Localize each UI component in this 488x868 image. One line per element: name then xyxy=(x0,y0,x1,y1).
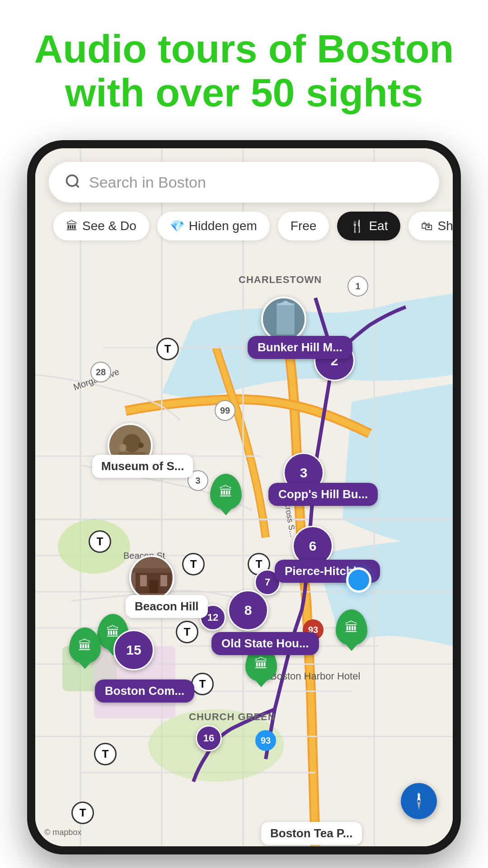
search-bar[interactable]: Search in Boston xyxy=(49,162,439,203)
road-num-28: 28 xyxy=(90,362,111,382)
photo-pin-bunker[interactable] xyxy=(261,297,306,342)
road-num-93b: 93 xyxy=(255,730,276,751)
transit-t-3: T xyxy=(182,553,205,576)
chip-free-label: Free xyxy=(291,219,317,233)
tour-pin-8[interactable]: 8 xyxy=(228,590,268,631)
transit-t-5: T xyxy=(176,621,198,643)
chip-shop-label: Sh xyxy=(437,219,453,233)
chip-hidden-gem-label: Hidden gem xyxy=(189,219,257,233)
header-line2: with over 50 sights xyxy=(65,70,423,115)
chip-shop[interactable]: 🛍 Sh xyxy=(408,212,453,241)
beacon-hill-label[interactable]: Beacon Hill xyxy=(126,595,208,618)
svg-rect-30 xyxy=(149,580,158,593)
boston-com-label[interactable]: Boston Com... xyxy=(95,679,194,703)
header-title: Audio tours of Boston with over 50 sight… xyxy=(27,27,461,115)
copps-hill-label[interactable]: Copp's Hill Bu... xyxy=(268,483,378,506)
header-line1: Audio tours of Boston xyxy=(34,26,454,71)
chip-hidden-gem[interactable]: 💎 Hidden gem xyxy=(157,212,270,241)
svg-point-20 xyxy=(67,175,78,186)
photo-pin-beacon[interactable] xyxy=(129,555,174,600)
svg-text:N: N xyxy=(418,793,421,797)
church-green-label: CHURCH GREEN xyxy=(189,711,276,723)
hidden-gem-icon: 💎 xyxy=(170,219,184,233)
chip-see-do-label: See & Do xyxy=(82,219,136,233)
map-background xyxy=(35,148,453,846)
road-num-99: 99 xyxy=(215,400,235,421)
transit-t-7: T xyxy=(71,802,94,824)
tour-pin-16[interactable]: 16 xyxy=(196,725,222,751)
chip-eat[interactable]: 🍴 Eat xyxy=(337,212,400,241)
charlestown-label: CHARLESTOWN xyxy=(239,274,322,286)
transit-t-2: T xyxy=(89,530,111,553)
header-section: Audio tours of Boston with over 50 sight… xyxy=(0,0,488,128)
chip-eat-label: Eat xyxy=(369,219,388,233)
phone-screen: CHARLESTOWN WEST END CHURCH GREEN Morgan… xyxy=(35,148,453,846)
tour-pin-15[interactable]: 15 xyxy=(113,630,154,670)
phone-frame: CHARLESTOWN WEST END CHURCH GREEN Morgan… xyxy=(27,140,461,854)
transit-t-8: T xyxy=(94,743,117,765)
svg-rect-29 xyxy=(160,575,167,586)
filter-chips: 🏛 See & Do 💎 Hidden gem Free 🍴 Eat 🛍 Sh xyxy=(44,212,453,241)
svg-rect-33 xyxy=(277,303,295,335)
bunker-hill-label[interactable]: Bunker Hill M... xyxy=(248,336,352,359)
boston-harbor-hotel-label: Boston Harbor Hotel xyxy=(270,670,360,682)
chip-free[interactable]: Free xyxy=(278,212,329,241)
boston-tea-label[interactable]: Boston Tea P... xyxy=(261,822,362,845)
old-state-label[interactable]: Old State Hou... xyxy=(211,632,319,655)
compass[interactable]: N xyxy=(401,783,437,819)
svg-rect-28 xyxy=(140,575,147,586)
search-icon xyxy=(65,173,81,191)
mapbox-attribution: © mapbox xyxy=(44,828,81,837)
location-dot xyxy=(346,567,371,593)
transit-t-6: T xyxy=(191,673,214,695)
svg-point-25 xyxy=(138,443,144,448)
search-placeholder: Search in Boston xyxy=(89,174,206,191)
svg-point-24 xyxy=(119,444,127,451)
svg-rect-31 xyxy=(131,568,174,573)
see-do-icon: 🏛 xyxy=(66,219,78,233)
transit-t-1: T xyxy=(156,338,179,360)
eat-icon: 🍴 xyxy=(350,219,364,233)
shop-icon: 🛍 xyxy=(421,219,433,233)
museum-of-s-label[interactable]: Museum of S... xyxy=(92,455,193,478)
road-num-1: 1 xyxy=(347,276,368,297)
chip-see-do[interactable]: 🏛 See & Do xyxy=(53,212,149,241)
